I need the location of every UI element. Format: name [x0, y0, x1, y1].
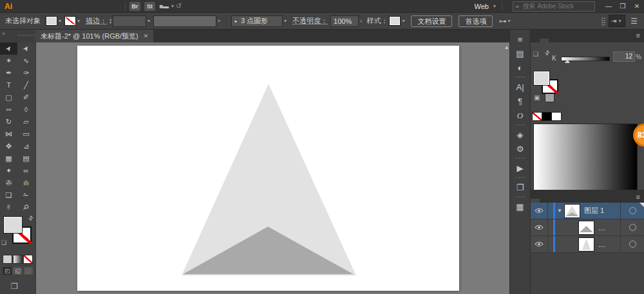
transform-panel-icon[interactable]: ▦: [510, 199, 530, 214]
zoom-tool[interactable]: ⚲: [17, 201, 35, 214]
k-value-field[interactable]: 12: [613, 51, 635, 62]
grayscale-spectrum[interactable]: [533, 124, 638, 199]
web-color-cube-icon[interactable]: ▣: [534, 94, 540, 101]
app-logo[interactable]: Ai: [0, 2, 17, 11]
draw-behind-button[interactable]: ◱: [13, 267, 22, 275]
visibility-toggle[interactable]: [531, 236, 548, 252]
gradient-button[interactable]: [13, 255, 23, 264]
none-button[interactable]: [23, 255, 33, 264]
layer-row-1[interactable]: ▼ 图层 1: [531, 203, 644, 219]
fill-swatch[interactable]: [3, 216, 23, 234]
chevron-down-icon[interactable]: ▾: [147, 18, 150, 24]
lasso-tool[interactable]: ∿: [17, 55, 35, 67]
scrollbar-up-icon[interactable]: ▴: [505, 44, 508, 50]
panel-fill-swatch[interactable]: [533, 71, 550, 86]
chevron-down-icon[interactable]: ▾: [493, 3, 496, 9]
hand-tool[interactable]: ✌: [0, 201, 17, 214]
target-circle-icon[interactable]: [629, 224, 636, 231]
none-swatch[interactable]: [532, 112, 542, 121]
chevron-down-icon[interactable]: ▾: [77, 18, 80, 24]
black-swatch[interactable]: [542, 112, 552, 121]
export-panel-icon[interactable]: ❐: [510, 180, 530, 194]
curvature-pen-tool[interactable]: ✑: [17, 67, 35, 79]
panel-dock-toggle[interactable]: ⇥▾: [609, 15, 625, 27]
touch-workspace-icon[interactable]: ⣿: [600, 17, 606, 26]
symbol-sprayer-tool[interactable]: ✇: [0, 177, 17, 189]
pen-tool[interactable]: ✒: [0, 67, 17, 79]
layer-name[interactable]: …: [598, 224, 620, 232]
document-setup-button[interactable]: 文档设置: [411, 15, 452, 27]
width-tool[interactable]: ⋈: [0, 128, 17, 140]
eyedropper-tool[interactable]: ✦: [0, 165, 17, 177]
chevron-down-icon[interactable]: ▾: [59, 18, 61, 24]
panel-menu-icon[interactable]: ≡: [632, 30, 644, 41]
line-segment-tool[interactable]: ╱: [17, 79, 35, 91]
perspective-grid-tool[interactable]: ⊿: [17, 140, 35, 152]
restore-button[interactable]: ❐: [616, 3, 630, 10]
visibility-toggle[interactable]: [531, 203, 548, 219]
color-button[interactable]: [3, 255, 12, 264]
stroke-weight-field[interactable]: [113, 15, 146, 27]
rectangle-tool[interactable]: ▢: [0, 91, 17, 104]
stroke-link[interactable]: 描边：: [86, 16, 107, 26]
fill-color-swatch[interactable]: [46, 16, 57, 26]
stroke-weight-stepper[interactable]: ▴▾: [109, 18, 111, 24]
artboard[interactable]: [77, 46, 459, 291]
swap-fill-stroke-icon[interactable]: ⇄: [27, 214, 35, 222]
direct-selection-tool[interactable]: ➤: [17, 42, 35, 55]
variable-width-profile[interactable]: [153, 15, 216, 27]
blend-tool[interactable]: ∞: [17, 165, 35, 177]
gradient-panel-icon[interactable]: ▤: [510, 46, 530, 60]
opacity-field[interactable]: 100%: [330, 15, 359, 27]
stroke-color-swatch[interactable]: [64, 16, 76, 26]
style-swatch[interactable]: [389, 16, 401, 26]
close-tab-icon[interactable]: ✕: [144, 30, 149, 42]
eraser-tool[interactable]: ◊: [17, 104, 35, 116]
search-input[interactable]: [522, 2, 592, 10]
paragraph-panel-icon[interactable]: ¶: [510, 94, 530, 108]
layer-thumbnail[interactable]: [564, 204, 580, 218]
character-panel-icon[interactable]: A|: [510, 80, 530, 94]
play-icon[interactable]: ▶: [510, 161, 530, 175]
magic-wand-tool[interactable]: ✶: [0, 55, 17, 67]
draw-normal-button[interactable]: ◰: [3, 267, 12, 275]
canvas-area[interactable]: ▴: [36, 42, 510, 294]
mesh-tool[interactable]: ▦: [0, 152, 17, 165]
layer-name[interactable]: …: [598, 241, 620, 248]
type-tool[interactable]: T: [0, 79, 17, 91]
web-color-swatch[interactable]: [545, 93, 554, 102]
free-transform-tool[interactable]: ▭: [17, 128, 35, 140]
draw-inside-button[interactable]: ◲: [24, 267, 33, 275]
k-slider[interactable]: [561, 57, 610, 61]
target-circle-icon[interactable]: [629, 207, 636, 214]
k-slider-thumb[interactable]: [565, 59, 570, 63]
bridge-button[interactable]: Br: [129, 2, 140, 11]
symbols-panel-icon[interactable]: ◈: [510, 127, 530, 142]
target-circle-icon[interactable]: [629, 241, 636, 248]
chevron-down-icon[interactable]: ▾: [284, 18, 287, 24]
stock-search[interactable]: ⌕: [513, 1, 595, 12]
screen-mode-button[interactable]: ❐: [11, 282, 18, 291]
actions-panel-icon[interactable]: ⚙: [510, 142, 530, 156]
arrange-documents-icon[interactable]: ■▬: [159, 3, 168, 10]
drag-handle[interactable]: [18, 35, 35, 36]
layer-thumbnail[interactable]: [578, 221, 594, 235]
stock-button[interactable]: St: [144, 2, 155, 11]
slice-tool[interactable]: ✁: [17, 189, 35, 201]
expand-chevron-icon[interactable]: ▼: [555, 208, 564, 214]
gradient-tool[interactable]: ▤: [17, 152, 35, 165]
chevron-right-icon[interactable]: ›: [360, 17, 362, 24]
artboard-tool[interactable]: ❏: [0, 189, 17, 201]
list-icon[interactable]: ☰: [630, 17, 638, 26]
paintbrush-tool[interactable]: ✐: [17, 91, 35, 104]
shaper-tool[interactable]: ∾: [0, 104, 17, 116]
close-button[interactable]: ✕: [630, 3, 644, 10]
layer-thumbnail[interactable]: [578, 237, 594, 252]
chevron-down-icon[interactable]: ▾: [171, 3, 174, 9]
rotate-view-icon[interactable]: ↺: [176, 2, 181, 10]
document-tab[interactable]: 未标题-2* @ 101% (RGB/预览) ✕: [35, 30, 153, 42]
rotate-tool[interactable]: ↻: [0, 116, 17, 128]
artwork[interactable]: [77, 46, 459, 291]
layer-name[interactable]: 图层 1: [584, 206, 620, 216]
transparency-panel-icon[interactable]: ◐: [510, 60, 530, 75]
